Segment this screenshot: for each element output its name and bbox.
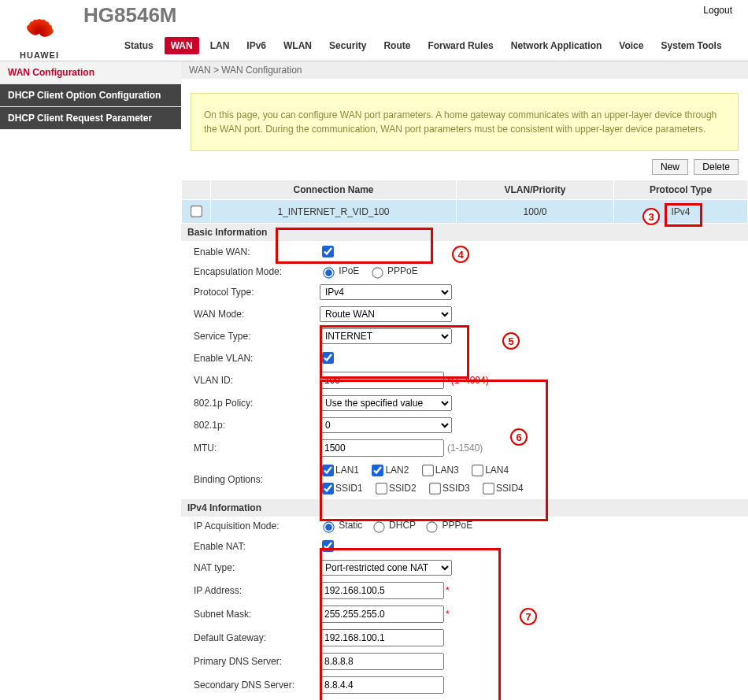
th-vlan-priority: VLAN/Priority (457, 180, 614, 200)
nav-forward-rules[interactable]: Forward Rules (421, 37, 499, 54)
protocol-type-select[interactable]: IPv4 (320, 284, 452, 300)
dot1p-policy-select[interactable]: Use the specified value (320, 395, 452, 411)
huawei-logo-icon (14, 2, 65, 41)
label-binding: Binding Options: (181, 460, 313, 499)
th-protocol-type: Protocol Type (614, 180, 748, 200)
logout-link[interactable]: Logout (703, 5, 732, 16)
ipacq-pppoe-radio[interactable] (427, 521, 438, 532)
service-type-select[interactable]: INTERNET (320, 328, 452, 344)
label-encap: Encapsulation Mode: (181, 262, 313, 281)
encap-pppoe-radio[interactable] (372, 267, 383, 278)
cell-vlan: 100/0 (457, 200, 614, 224)
bind-lan2[interactable] (372, 465, 383, 476)
ipacq-static-radio[interactable] (323, 521, 334, 532)
label-dns1: Primary DNS Server: (181, 650, 313, 673)
delete-button[interactable]: Delete (694, 159, 739, 175)
nav-ipv6[interactable]: IPv6 (240, 37, 272, 54)
section-ipv4-information: IPv4 Information (181, 499, 748, 517)
label-enable-wan: Enable WAN: (181, 241, 313, 262)
nav-wlan[interactable]: WLAN (277, 37, 318, 54)
breadcrumb: WAN > WAN Configuration (181, 61, 748, 79)
nat-type-select[interactable]: Port-restricted cone NAT (320, 560, 452, 576)
encap-ipoe-radio[interactable] (323, 267, 334, 278)
cell-proto: IPv4 (614, 200, 748, 224)
row-checkbox[interactable] (191, 206, 202, 217)
label-mtu: MTU: (181, 436, 313, 460)
dns1-input[interactable] (320, 653, 444, 670)
dot1p-select[interactable]: 0 (320, 417, 452, 433)
sidebar: WAN Configuration DHCP Client Option Con… (0, 61, 181, 700)
subnet-input[interactable] (320, 606, 444, 623)
nav-network-application[interactable]: Network Application (505, 37, 609, 54)
wan-mode-select[interactable]: Route WAN (320, 306, 452, 322)
enable-vlan-checkbox[interactable] (322, 352, 334, 364)
section-basic-information: Basic Information (181, 224, 748, 241)
dns2-input[interactable] (320, 676, 444, 694)
label-protocol-type: Protocol Type: (181, 281, 313, 303)
bind-ssid3[interactable] (429, 483, 441, 494)
label-enable-vlan: Enable VLAN: (181, 347, 313, 369)
toolbar: New Delete (181, 159, 748, 180)
bind-ssid2[interactable] (376, 483, 387, 494)
label-vlan-id: VLAN ID: (181, 369, 313, 392)
label-nat-type: NAT type: (181, 557, 313, 579)
th-connection-name: Connection Name (211, 180, 457, 200)
label-ip-address: IP Address: (181, 579, 313, 602)
sidebar-item-wan-config[interactable]: WAN Configuration (0, 61, 181, 84)
bind-ssid4[interactable] (483, 483, 494, 494)
ipacq-dhcp-radio[interactable] (373, 521, 384, 532)
nav-security[interactable]: Security (323, 37, 372, 54)
nav-wan[interactable]: WAN (165, 37, 199, 54)
label-enable-nat: Enable NAT: (181, 535, 313, 557)
nav-lan[interactable]: LAN (204, 37, 236, 54)
label-dot1p-policy: 802.1p Policy: (181, 392, 313, 414)
form-ipv4: IP Acquisition Mode: Static DHCP PPPoE E… (181, 517, 748, 700)
enable-nat-checkbox[interactable] (322, 540, 334, 552)
nav-status[interactable]: Status (118, 37, 160, 54)
mtu-input[interactable] (320, 439, 444, 457)
model-title: HG8546M (83, 3, 177, 28)
bind-lan1[interactable] (322, 465, 334, 476)
main-panel: WAN > WAN Configuration On this page, yo… (181, 61, 748, 700)
label-gateway: Default Gateway: (181, 626, 313, 650)
ip-address-input[interactable] (320, 582, 444, 599)
bind-ssid1[interactable] (322, 483, 334, 494)
label-subnet: Subnet Mask: (181, 602, 313, 626)
table-row[interactable]: 1_INTERNET_R_VID_100 100/0 IPv4 (182, 200, 748, 224)
nav-system-tools[interactable]: System Tools (654, 37, 728, 54)
cell-connection-name: 1_INTERNET_R_VID_100 (211, 200, 457, 224)
label-dot1p: 802.1p: (181, 414, 313, 436)
brand-text: HUAWEI (20, 50, 59, 60)
label-dns2: Secondary DNS Server: (181, 673, 313, 697)
nav-voice[interactable]: Voice (613, 37, 650, 54)
nav-route[interactable]: Route (377, 37, 417, 54)
label-mcast-vlan: Multicast VLAN ID: (181, 697, 313, 700)
logo-block: HUAWEI (14, 2, 65, 60)
connection-table: Connection Name VLAN/Priority Protocol T… (181, 180, 748, 224)
bind-lan3[interactable] (422, 465, 434, 476)
header: HUAWEI HG8546M Logout Status WAN LAN IPv… (0, 0, 748, 61)
sidebar-item-dhcp-request[interactable]: DHCP Client Request Parameter (0, 107, 181, 130)
info-box: On this page, you can configure WAN port… (191, 93, 739, 151)
new-button[interactable]: New (652, 159, 688, 175)
th-checkbox (182, 180, 211, 200)
vlan-id-input[interactable] (320, 372, 444, 389)
sidebar-item-dhcp-option[interactable]: DHCP Client Option Configuration (0, 84, 181, 107)
bind-lan4[interactable] (472, 465, 483, 476)
label-ip-acq: IP Acquisition Mode: (181, 517, 313, 535)
label-service-type: Service Type: (181, 325, 313, 347)
form-basic: Enable WAN: Encapsulation Mode: IPoE PPP… (181, 241, 748, 499)
enable-wan-checkbox[interactable] (322, 246, 334, 257)
label-wan-mode: WAN Mode: (181, 303, 313, 325)
top-nav: Status WAN LAN IPv6 WLAN Security Route … (118, 37, 728, 54)
gateway-input[interactable] (320, 629, 444, 646)
